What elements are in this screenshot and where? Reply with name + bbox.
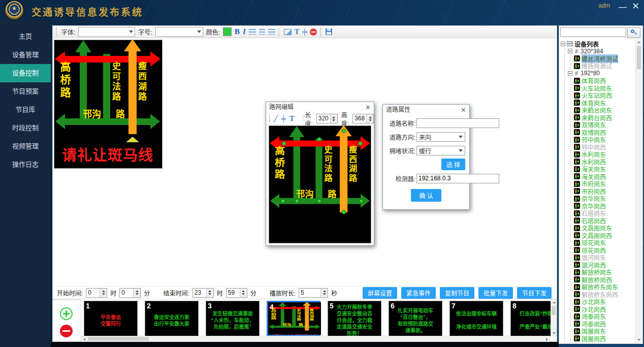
edit-handle[interactable] <box>317 137 321 141</box>
traffic-signal-icon <box>574 217 580 224</box>
scroll-down-icon[interactable] <box>553 332 556 334</box>
scroll-right-icon[interactable] <box>546 338 548 341</box>
edit-handle[interactable] <box>358 141 363 145</box>
road-name-input[interactable] <box>416 118 499 128</box>
strip-horizontal-scrollbar[interactable] <box>81 336 550 342</box>
sidebar-item[interactable]: 时段控制 <box>0 119 51 137</box>
search-button[interactable] <box>627 27 640 38</box>
sidebar-item[interactable]: 节目库 <box>0 101 51 119</box>
action-button[interactable]: 屏幕设置 <box>363 287 397 299</box>
program-thumbnail[interactable]: 2春运安全连万家出行平安靠大家 <box>145 301 199 336</box>
italic-button[interactable]: I <box>243 27 246 36</box>
text-tool-icon[interactable]: T <box>295 28 299 36</box>
sidebar-item[interactable]: 节目预案 <box>0 82 51 101</box>
end-minute-spinner[interactable]: 59 <box>226 288 247 298</box>
program-thumbnail[interactable]: 7依法治理非标车辆 净化城市交通环境 <box>449 301 503 336</box>
height-spinner[interactable]: 368 <box>352 114 374 123</box>
collapse-icon[interactable] <box>568 71 572 76</box>
duration-label: 播放时长: <box>270 289 296 297</box>
action-button[interactable]: 紧急事件 <box>401 287 436 299</box>
program-thumbnail[interactable]: 6扎实开展电动车“百日整治”，有效预防道路交通事故。 <box>389 301 442 336</box>
road-tool-icon[interactable]: ╪ <box>302 28 307 36</box>
minimize-button[interactable]: — <box>619 1 627 13</box>
edit-handle[interactable] <box>342 129 346 133</box>
bold-button[interactable]: B <box>235 27 240 36</box>
add-program-button[interactable] <box>60 307 73 320</box>
edit-handle[interactable] <box>359 199 364 203</box>
traffic-signal-icon <box>574 269 580 275</box>
rp-row: 确 认 <box>383 190 469 200</box>
delete-icon[interactable] <box>310 28 317 36</box>
sidebar-item[interactable]: 视频管理 <box>0 137 51 155</box>
close-button[interactable]: ✕ <box>632 0 639 12</box>
collapse-icon[interactable] <box>561 42 565 46</box>
road-label-middle: 史可法路 <box>296 309 301 321</box>
remove-program-button[interactable] <box>60 325 73 337</box>
duration-spinner[interactable]: 5 <box>299 288 328 298</box>
edit-handle[interactable] <box>281 199 285 203</box>
length-spinner[interactable]: 320 <box>316 114 338 123</box>
program-thumbnail[interactable]: 3发生轻微交通事故“人未伤，车能动，先拍照，后撤离” <box>206 301 260 336</box>
sidebar-item[interactable]: 设备控制 <box>0 64 51 82</box>
val: 59 <box>227 289 240 297</box>
insert-image-icon[interactable] <box>284 29 292 35</box>
strip-vertical-scrollbar[interactable] <box>551 299 557 336</box>
select-detector-button[interactable]: 选 择 <box>441 159 465 170</box>
collapse-icon[interactable] <box>568 49 572 53</box>
close-icon[interactable]: ✕ <box>461 105 466 115</box>
dialog-titlebar[interactable]: 道路属性 ✕ <box>383 105 469 115</box>
detector-input[interactable] <box>416 174 499 183</box>
traffic-signal-icon <box>574 129 580 135</box>
congestion-select[interactable]: 缓行 <box>416 146 465 155</box>
scrollbar-thumb[interactable] <box>88 337 149 341</box>
device-tree-root[interactable]: 设备列表 <box>561 40 636 48</box>
device-tree-item[interactable]: 国展岗西 <box>571 335 636 342</box>
text-tool-icon[interactable]: T <box>289 115 294 123</box>
save-icon[interactable] <box>326 28 332 35</box>
scrollbar-thumb[interactable] <box>552 306 556 315</box>
sidebar-item[interactable]: 主页 <box>0 27 51 46</box>
dialog-titlebar[interactable]: 路网编辑 ✕ <box>266 102 374 113</box>
sidebar-item[interactable]: 操作日志 <box>0 155 51 174</box>
scroll-up-icon[interactable] <box>553 301 556 303</box>
scroll-up-icon[interactable] <box>637 41 640 43</box>
edit-handle[interactable] <box>342 210 346 214</box>
size-select[interactable] <box>155 27 203 37</box>
program-thumbnail[interactable]: 1平安春运交警同行 <box>84 301 138 336</box>
edit-handle[interactable] <box>295 199 299 203</box>
tri-up <box>369 116 372 118</box>
tree-scrollbar[interactable] <box>635 39 642 343</box>
action-button[interactable]: 批量下发 <box>478 287 513 299</box>
close-icon[interactable]: ✕ <box>365 102 371 113</box>
green-up-arrowhead <box>278 302 286 306</box>
sign-canvas[interactable]: 高桥路 史可法路 瘦西湖路 邗沟 路 请礼让斑马线 <box>54 40 163 169</box>
editor-canvas[interactable]: 高桥路 史可法路 瘦西湖路 邗沟 路 请礼让斑马线 <box>269 125 371 243</box>
font-select[interactable] <box>78 27 135 37</box>
scrollbar-thumb[interactable] <box>637 46 641 69</box>
scroll-down-icon[interactable] <box>637 339 640 341</box>
confirm-button[interactable]: 确 认 <box>411 189 441 202</box>
road-direction-select[interactable]: 来向 <box>416 132 465 142</box>
end-hour-spinner[interactable]: 23 <box>192 288 214 298</box>
sidebar-item[interactable]: 设备管理 <box>0 46 51 64</box>
edit-handle[interactable] <box>317 199 321 203</box>
scroll-left-icon[interactable] <box>83 338 85 341</box>
color-swatch[interactable] <box>223 27 232 36</box>
traffic-signal-icon <box>574 63 580 69</box>
start-hour-spinner[interactable]: 0 <box>86 288 107 298</box>
device-search-input[interactable] <box>560 27 626 37</box>
device-tree-item[interactable]: 维扬岗测试 <box>571 62 636 70</box>
edit-handle[interactable] <box>282 141 286 145</box>
road-tool-icon[interactable]: ╪ <box>281 115 286 122</box>
program-thumbnail[interactable]: 5大力开展秋冬季交通安全整治百日会战，全力稳定道路交通安全形势！ <box>328 301 381 336</box>
align-right-icon[interactable] <box>268 29 275 35</box>
align-center-icon[interactable] <box>259 29 265 35</box>
align-left-icon[interactable] <box>249 29 256 35</box>
program-thumbnail[interactable]: 8打击改装“炸街” 严查严处“飙车” <box>510 301 554 336</box>
start-minute-spinner[interactable]: 0 <box>119 288 141 298</box>
action-button[interactable]: 节目下发 <box>517 287 552 299</box>
draw-line-icon[interactable]: ╱ <box>274 115 278 122</box>
program-thumbnail[interactable]: 4 高桥路 史可法路 瘦西湖路 邗沟 路 请礼让斑马线 <box>267 301 320 336</box>
val: 23 <box>193 289 206 297</box>
action-button[interactable]: 复制节目 <box>440 287 474 299</box>
